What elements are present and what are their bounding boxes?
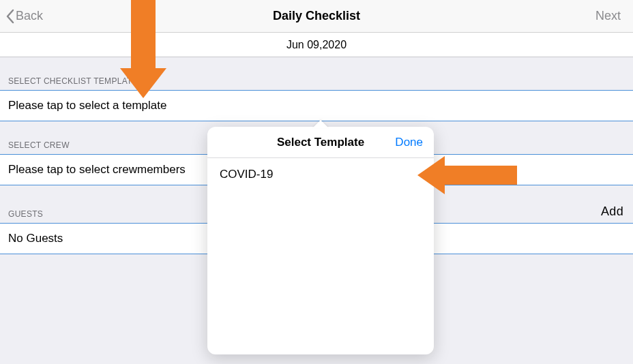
popover-done-button[interactable]: Done [395, 127, 423, 157]
page-title: Daily Checklist [0, 9, 633, 23]
section-header-template: Select Checklist Template [0, 57, 633, 91]
date-bar: Jun 09,2020 [0, 33, 633, 57]
popover-header: Select Template Done [207, 127, 434, 158]
date-value: Jun 09,2020 [286, 39, 347, 51]
chevron-left-icon [5, 9, 14, 24]
back-button[interactable]: Back [0, 9, 43, 24]
next-button[interactable]: Next [595, 9, 633, 23]
select-template-popover: Select Template Done COVID-19 [207, 127, 434, 354]
guests-header-label: Guests [8, 209, 43, 219]
select-template-cell[interactable]: Please tap to select a template [0, 91, 633, 121]
add-guest-button[interactable]: Add [601, 204, 623, 219]
popover-title: Select Template [277, 136, 364, 149]
back-label: Back [16, 9, 43, 23]
navbar: Back Daily Checklist Next [0, 0, 633, 33]
template-option[interactable]: COVID-19 [207, 158, 434, 191]
